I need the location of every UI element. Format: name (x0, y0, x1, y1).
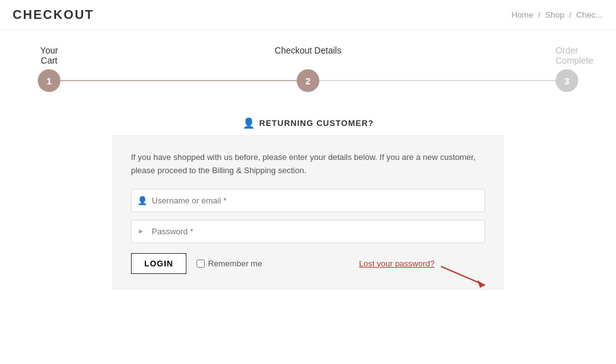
step3-label: Order Complete (556, 45, 578, 65)
breadcrumb-sep2: / (569, 10, 572, 20)
username-input[interactable] (131, 189, 485, 212)
header: CHECKOUT Home / Shop / Chec... (0, 0, 616, 30)
login-form-box: If you have shopped with us before, plea… (113, 135, 503, 290)
username-field-group: 👤 (131, 189, 485, 212)
arrow-icon (435, 260, 498, 292)
steps-section: Your Cart Checkout Details Order Complet… (0, 30, 616, 98)
steps-track: 1 2 3 (38, 69, 578, 92)
step1-circle[interactable]: 1 (38, 69, 60, 92)
password-input-icon: ► (137, 227, 145, 236)
user-icon: 👤 (242, 117, 256, 129)
breadcrumb-home[interactable]: Home (511, 10, 533, 20)
login-button[interactable]: LOGIN (131, 253, 186, 274)
step1-line (60, 80, 297, 81)
step1-label: Your Cart (38, 45, 60, 65)
returning-title: 👤 RETURNING CUSTOMER? (0, 117, 616, 129)
form-actions: LOGIN Remember me Lost your password? (131, 253, 485, 274)
password-field-group: ► (131, 220, 485, 243)
breadcrumb: Home / Shop / Chec... (510, 10, 603, 20)
step2-label: Checkout Details (225, 45, 391, 55)
remember-me-label[interactable]: Remember me (197, 259, 262, 268)
remember-checkbox[interactable] (197, 259, 205, 268)
step3-circle[interactable]: 3 (556, 69, 578, 92)
password-wrapper: ► (131, 220, 485, 243)
breadcrumb-current: Chec... (576, 10, 602, 20)
form-description: If you have shopped with us before, plea… (131, 151, 485, 178)
breadcrumb-sep1: / (538, 10, 540, 20)
page-title: CHECKOUT (13, 8, 94, 22)
returning-section: 👤 RETURNING CUSTOMER? (0, 117, 616, 129)
svg-marker-1 (477, 280, 485, 288)
lost-password-link[interactable]: Lost your password? (359, 259, 435, 268)
step2-circle[interactable]: 2 (297, 69, 319, 92)
steps-labels: Your Cart Checkout Details Order Complet… (38, 45, 578, 65)
password-input[interactable] (131, 220, 485, 243)
user-input-icon: 👤 (137, 196, 147, 205)
breadcrumb-shop[interactable]: Shop (545, 10, 564, 20)
step2-line (319, 80, 556, 81)
username-wrapper: 👤 (131, 189, 485, 212)
